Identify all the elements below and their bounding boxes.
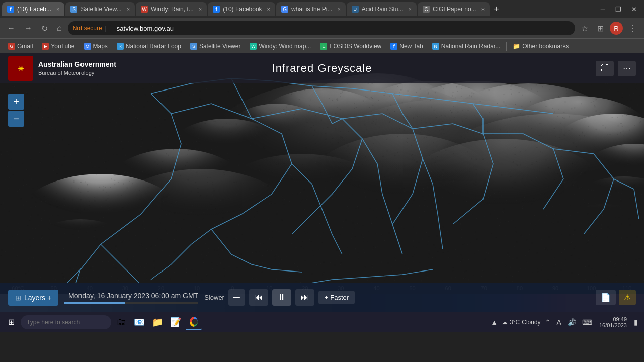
bookmark-maps[interactable]: M Maps (80, 42, 112, 51)
tab-close-3[interactable]: × (199, 6, 202, 12)
bookmark-satellite-viewer[interactable]: S Satellite Viewer (186, 42, 245, 51)
bookmark-national-radar-label: National Radar Loop (126, 43, 181, 50)
tab-facebook-1[interactable]: f (10) Faceb... × (2, 2, 64, 16)
fullscreen-button[interactable]: ⛶ (596, 61, 614, 76)
reader-mode-button[interactable]: ⊞ (594, 22, 607, 35)
svg-text:☀: ☀ (18, 65, 24, 73)
chrome-icon (190, 317, 198, 327)
agency-name: Australian Government Bureau of Meteorol… (38, 60, 116, 77)
tab-favicon-facebook-2: f (213, 6, 220, 13)
bookmark-gmail-icon: G (8, 43, 15, 50)
datetime-block: Monday, 16 January 2023 06:00 am GMT (64, 292, 198, 304)
zoom-out-button[interactable]: − (8, 111, 24, 127)
speaker-icon[interactable]: 🔊 (566, 317, 578, 327)
taskbar-icon-mail[interactable]: 📧 (131, 314, 147, 330)
faster-label: Faster (330, 294, 349, 301)
bookmark-facebook-icon: f (390, 43, 397, 50)
bookmark-star-button[interactable]: ☆ (578, 22, 591, 35)
forward-button[interactable]: → (21, 23, 35, 34)
tab-favicon-facebook-1: f (7, 6, 14, 13)
tab-windy[interactable]: W Windy: Rain, t... × (136, 2, 207, 16)
tab-label-satellite: Satellite View... (80, 6, 121, 13)
layers-button[interactable]: ⊞ Layers + (8, 290, 58, 306)
faster-button[interactable]: + Faster (318, 291, 355, 304)
tab-cigi[interactable]: C CIGI Paper no... × (418, 2, 490, 16)
slower-button[interactable]: ─ (228, 289, 245, 306)
home-button[interactable]: ⌂ (54, 23, 65, 34)
tab-close-4[interactable]: × (267, 6, 270, 12)
bookmark-youtube-label: YouTube (51, 43, 74, 50)
bookmark-windy[interactable]: W Windy: Wind map... (246, 42, 315, 51)
refresh-button[interactable]: ↻ (38, 23, 51, 34)
bookmark-eosdis-label: EOSDIS Worldview (329, 43, 381, 50)
tab-close-5[interactable]: × (337, 6, 340, 12)
show-desktop-button[interactable]: ▮ (632, 317, 640, 327)
download-button[interactable]: 📄 (596, 290, 616, 305)
tab-favicon-satellite: S (70, 6, 77, 13)
satellite-map[interactable] (0, 53, 644, 312)
app-area: ☀ Australian Government Bureau of Meteor… (0, 53, 644, 312)
taskbar-icon-notepad[interactable]: 📝 (168, 314, 184, 330)
bookmark-youtube[interactable]: ▶ YouTube (38, 42, 78, 51)
bookmark-national-rain-radar-label: National Rain Radar... (441, 43, 500, 50)
bookmark-national-radar[interactable]: R National Radar Loop (113, 42, 185, 51)
next-frame-button[interactable]: ⏭ (295, 289, 314, 306)
datetime-display: Monday, 16 January 2023 06:00 am GMT (68, 292, 198, 300)
bookmark-maps-icon: M (84, 43, 91, 50)
address-input[interactable] (110, 21, 570, 35)
bookmark-eosdis[interactable]: E EOSDIS Worldview (316, 42, 385, 51)
plus-icon: + (325, 294, 329, 301)
more-options-button[interactable]: ⋯ (618, 61, 636, 76)
close-window-button[interactable]: ✕ (626, 4, 642, 15)
restore-button[interactable]: ❐ (610, 4, 626, 15)
network-icon[interactable]: ▲ (489, 317, 500, 327)
clock-date: 16/01/2023 (599, 322, 627, 328)
new-tab-button[interactable]: + (491, 4, 502, 15)
window-controls: ─ ❐ ✕ (596, 4, 642, 15)
weather-temp: 3°C (510, 319, 520, 326)
separator: | (105, 25, 107, 32)
taskbar-search[interactable] (21, 315, 111, 329)
taskbar-chrome[interactable] (186, 314, 202, 330)
tab-close-1[interactable]: × (56, 6, 59, 12)
tab-acid-rain[interactable]: U Acid Rain Stu... × (347, 2, 417, 16)
weather-icon: ☁ (502, 319, 508, 326)
start-button[interactable]: ⊞ (4, 315, 19, 329)
warning-button[interactable]: ⚠ (619, 290, 636, 305)
playback-controls: Slower ─ ⏮ ⏸ ⏭ + Faster (204, 289, 355, 306)
bookmark-other[interactable]: 📁 Other bookmarks (509, 42, 573, 51)
bookmark-national-rain-radar[interactable]: N National Rain Radar... (428, 42, 504, 51)
tab-favicon-cigi: C (423, 6, 430, 13)
back-button[interactable]: ← (4, 23, 18, 34)
tab-facebook-2[interactable]: f (10) Facebook × (208, 2, 275, 16)
system-clock[interactable]: 09:49 16/01/2023 (596, 316, 630, 328)
previous-frame-button[interactable]: ⏮ (249, 289, 268, 306)
show-hidden-icons-button[interactable]: ⌃ (543, 317, 553, 327)
tab-close-2[interactable]: × (127, 6, 130, 12)
playback-progress[interactable] (64, 302, 198, 304)
pause-button[interactable]: ⏸ (272, 289, 291, 306)
address-bar-container[interactable]: Not secure | (68, 21, 575, 35)
bookmark-youtube-icon: ▶ (42, 43, 49, 50)
zoom-in-button[interactable]: + (8, 94, 24, 110)
bookmarks-bar: G Gmail ▶ YouTube M Maps R National Rada… (0, 38, 644, 53)
bookmark-facebook[interactable]: f New Tab (386, 42, 427, 51)
minimize-button[interactable]: ─ (596, 4, 610, 15)
agency-line2: Bureau of Meteorology (38, 69, 116, 77)
tab-satellite[interactable]: S Satellite View... × (65, 2, 135, 16)
ime-icon: A (555, 317, 564, 327)
bookmark-eosdis-icon: E (320, 43, 327, 50)
extensions-button[interactable]: ⋮ (626, 22, 640, 35)
bookmark-gmail[interactable]: G Gmail (4, 42, 37, 51)
tab-label-cigi: CIGI Paper no... (433, 6, 476, 13)
app-header: ☀ Australian Government Bureau of Meteor… (0, 53, 644, 83)
tab-bar: f (10) Faceb... × S Satellite View... × … (0, 0, 644, 18)
tab-close-7[interactable]: × (481, 6, 485, 12)
profile-button[interactable]: R (610, 22, 623, 35)
bookmarks-separator (506, 42, 507, 51)
tab-close-6[interactable]: × (409, 6, 412, 12)
taskbar-icon-files[interactable]: 📁 (149, 314, 166, 330)
bookmark-windy-icon: W (250, 43, 257, 50)
tab-google[interactable]: G what is the Pi... × (276, 2, 346, 16)
taskbar-icon-file-explorer[interactable]: 🗂 (113, 314, 129, 330)
